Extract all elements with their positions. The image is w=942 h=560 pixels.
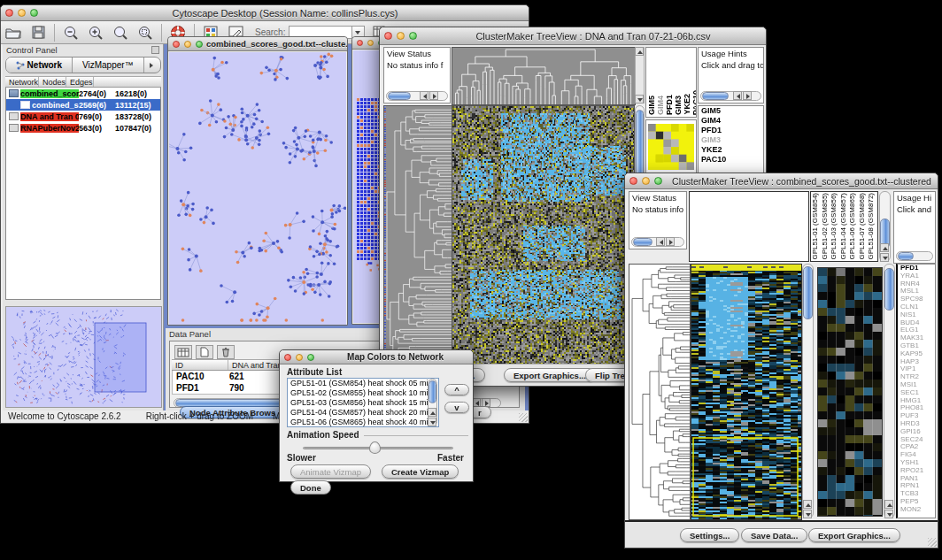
attribute-list-item[interactable]: GPL51-01 (GSM854) heat shock 05 min xyxy=(288,379,438,388)
tab-overflow-arrow[interactable] xyxy=(144,58,160,73)
tv1-export-graphics-button[interactable]: Export Graphics... xyxy=(504,368,596,382)
network-row[interactable]: combined_scores 2764(0) 16218(0) xyxy=(6,88,160,99)
speed-slider-thumb[interactable] xyxy=(369,441,381,454)
scroll-down-button[interactable] xyxy=(884,510,893,518)
column-header[interactable]: Network xyxy=(5,77,39,87)
scroll-thumb[interactable] xyxy=(702,92,729,100)
scroll-up-button[interactable] xyxy=(803,500,812,509)
column-label[interactable]: GPL51-07 (GSM868) xyxy=(858,193,868,260)
column-label[interactable]: GPL51-02 (GSM855) xyxy=(821,193,830,260)
column-label[interactable]: GPL51-04 (GSM857) xyxy=(839,193,849,260)
scroll-left-button[interactable] xyxy=(733,91,742,100)
dialog-titlebar[interactable]: Map Colors to Network xyxy=(280,350,473,364)
minimize-button[interactable] xyxy=(18,9,26,17)
zoom-fit-icon[interactable] xyxy=(135,23,155,42)
zoom-out-icon[interactable] xyxy=(61,23,81,42)
tv2-heatmap[interactable] xyxy=(691,264,802,520)
float-panel-icon[interactable] xyxy=(151,46,159,54)
column-label[interactable]: GPL51-08 (GSM872) xyxy=(867,193,876,260)
column-label[interactable]: GIM4 xyxy=(656,96,665,115)
attribute-list-item[interactable]: GPL51-02 (GSM855) heat shock 10 min xyxy=(288,388,438,398)
zoom-in-icon[interactable] xyxy=(86,23,105,42)
tv1-column-dendrogram[interactable] xyxy=(452,47,636,105)
new-attribute-icon[interactable] xyxy=(196,345,213,359)
minimize-button[interactable] xyxy=(642,177,650,185)
column-label[interactable]: PAC10 xyxy=(691,90,697,115)
row-label[interactable]: GIM5 xyxy=(699,106,763,116)
dialog-button[interactable]: Done xyxy=(290,480,331,495)
network-frame-titlebar[interactable]: combined_scores_good.txt--cluste... xyxy=(168,37,347,51)
close-button[interactable] xyxy=(384,32,392,40)
save-icon[interactable] xyxy=(28,23,48,42)
tv1-mini-scroll-strip[interactable] xyxy=(635,47,645,104)
open-folder-icon[interactable] xyxy=(4,23,23,42)
scroll-thumb[interactable] xyxy=(884,268,894,311)
close-button[interactable] xyxy=(629,177,637,185)
column-header-id[interactable]: ID xyxy=(172,360,228,370)
row-label[interactable]: YKE2 xyxy=(699,145,763,155)
column-label[interactable]: GPL51-01 (GSM854) xyxy=(811,193,821,260)
tv2-top-dendrogram-space[interactable] xyxy=(689,191,809,262)
row-label[interactable]: PFD1 xyxy=(699,126,763,135)
dialog-button[interactable]: Create Vizmap xyxy=(382,464,459,479)
column-header[interactable]: Edges xyxy=(66,77,94,87)
scroll-up-button[interactable] xyxy=(884,500,893,509)
tv1-status-hscrollbar[interactable] xyxy=(386,91,448,101)
row-label[interactable]: PAC10 xyxy=(699,155,763,165)
scroll-thumb[interactable] xyxy=(633,238,652,246)
scroll-down-button[interactable] xyxy=(803,510,812,518)
tv2-export-graphics-button[interactable]: Export Graphics... xyxy=(808,528,900,542)
tv2-genelist-vscrollbar[interactable] xyxy=(884,264,895,518)
tv1-hints-hscrollbar[interactable] xyxy=(700,91,761,101)
scroll-up-button[interactable] xyxy=(428,408,436,417)
move-up-button[interactable]: ^ xyxy=(444,384,469,395)
close-button[interactable] xyxy=(284,354,291,361)
tv2-row-dendrogram[interactable] xyxy=(629,264,691,520)
minimize-button[interactable] xyxy=(296,354,303,361)
delete-attribute-icon[interactable] xyxy=(217,345,235,359)
tab-vizmapper[interactable]: VizMapper™ xyxy=(73,58,144,73)
tv1-heatmap[interactable] xyxy=(452,105,635,365)
frame-zoom-button[interactable] xyxy=(196,41,203,48)
network-view-canvas-1[interactable] xyxy=(169,52,346,325)
tv2-hints-hscrollbar[interactable] xyxy=(896,251,933,261)
scroll-down-button[interactable] xyxy=(635,95,644,104)
zoom-button[interactable] xyxy=(654,177,662,185)
scroll-thumb[interactable] xyxy=(388,92,411,100)
zoom-button[interactable] xyxy=(307,354,314,361)
frame-minimize-button[interactable] xyxy=(184,41,191,48)
attribute-select-icon[interactable] xyxy=(174,345,192,359)
scroll-thumb[interactable] xyxy=(803,266,813,319)
zoom-selected-icon[interactable] xyxy=(111,23,130,42)
attribute-list[interactable]: GPL51-01 (GSM854) heat shock 05 minGPL51… xyxy=(287,378,439,427)
frame-close-button[interactable] xyxy=(357,40,363,46)
column-header[interactable]: Nodes xyxy=(39,77,66,87)
network-row[interactable]: DNA and Tran 07 769(0) 183728(0) xyxy=(6,111,160,122)
treeview1-titlebar[interactable]: ClusterMaker TreeView : DNA and Tran 07-… xyxy=(380,27,766,45)
zoom-button[interactable] xyxy=(30,9,38,17)
scroll-thumb[interactable] xyxy=(429,380,436,403)
tv2-zoom-heatmap[interactable] xyxy=(817,267,883,517)
scroll-up-button[interactable] xyxy=(880,243,889,252)
zoom-button[interactable] xyxy=(409,32,417,40)
tab-network[interactable]: Network xyxy=(6,58,73,73)
move-down-button[interactable]: v xyxy=(444,402,469,413)
window-resize-grip[interactable] xyxy=(928,538,937,547)
window-resize-grip[interactable] xyxy=(519,413,528,422)
gene-label[interactable]: MON2 xyxy=(898,506,935,514)
column-label[interactable]: GIM5 xyxy=(647,96,656,115)
close-button[interactable] xyxy=(5,9,13,17)
scroll-left-button[interactable] xyxy=(656,237,665,246)
attribute-list-item[interactable]: GPL51-03 (GSM856) heat shock 15 min xyxy=(288,398,438,408)
frame-minimize-button[interactable] xyxy=(367,40,374,46)
scroll-right-button[interactable] xyxy=(743,91,752,100)
scroll-right-button[interactable] xyxy=(666,237,675,246)
birdseye-view[interactable] xyxy=(5,306,162,408)
main-titlebar[interactable]: Cytoscape Desktop (Session Name: collins… xyxy=(1,5,529,21)
column-label[interactable]: GPL51-06 (GSM865) xyxy=(848,193,858,260)
dialog-button[interactable]: Animate Vizmap xyxy=(290,464,371,479)
tv2-heatmap-vscrollbar[interactable] xyxy=(802,264,814,518)
column-label[interactable]: GIM3 xyxy=(674,96,683,115)
minimize-button[interactable] xyxy=(397,32,405,40)
column-label[interactable]: YKE2 xyxy=(683,94,691,115)
